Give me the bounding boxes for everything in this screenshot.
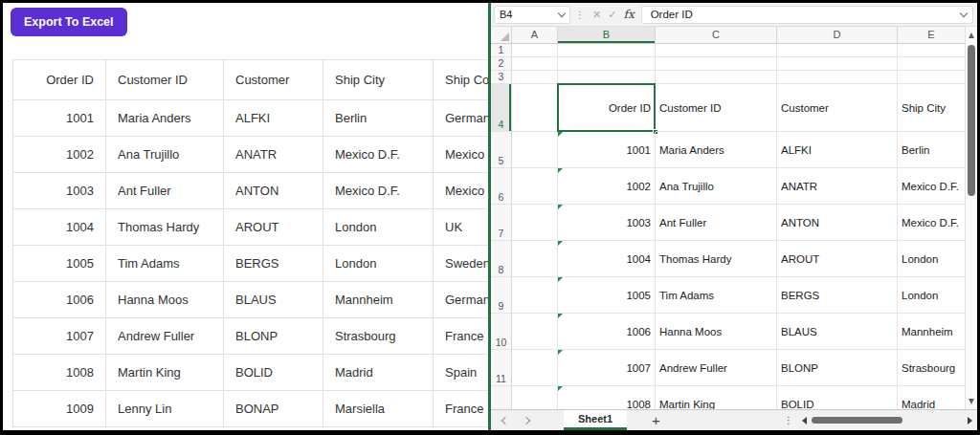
grid-cell[interactable]: 1004 bbox=[13, 209, 106, 246]
cell-D4[interactable]: Customer bbox=[777, 84, 898, 132]
cell-A1[interactable] bbox=[512, 44, 558, 57]
cell-E6[interactable]: Mexico D.F. bbox=[898, 168, 965, 205]
grid-cell[interactable]: BLAUS bbox=[224, 282, 323, 318]
cell-E11[interactable]: Strasbourg bbox=[898, 350, 965, 386]
more-options-icon[interactable]: ⋮ bbox=[574, 10, 586, 20]
sheet-options-icon[interactable]: ⋮ bbox=[783, 415, 794, 425]
grid-cell[interactable]: Lenny Lin bbox=[106, 391, 224, 427]
cell-B10[interactable]: 1006 bbox=[558, 314, 656, 350]
grid-cell[interactable]: Andrew Fuller bbox=[106, 318, 224, 355]
cell-E12[interactable]: Madrid bbox=[898, 386, 965, 409]
cell-B1[interactable] bbox=[558, 44, 656, 57]
grid-cell[interactable]: BOLID bbox=[224, 355, 323, 391]
row-header-6[interactable]: 6 bbox=[491, 168, 512, 205]
row-header-11[interactable]: 11 bbox=[491, 350, 512, 386]
cell-A11[interactable] bbox=[512, 350, 558, 386]
add-sheet-button[interactable]: + bbox=[652, 413, 660, 427]
cell-C6[interactable]: Ana Trujillo bbox=[656, 168, 777, 205]
column-header-C[interactable]: C bbox=[656, 27, 777, 43]
cell-D8[interactable]: AROUT bbox=[777, 241, 898, 277]
column-header-A[interactable]: A bbox=[512, 27, 558, 43]
grid-cell[interactable]: 1006 bbox=[13, 282, 106, 318]
scroll-right-icon[interactable] bbox=[968, 417, 972, 424]
row-header-10[interactable]: 10 bbox=[491, 314, 512, 350]
row-header-4[interactable]: 4 bbox=[491, 84, 512, 132]
scroll-left-icon[interactable] bbox=[802, 417, 807, 424]
next-sheet-icon[interactable] bbox=[523, 416, 530, 424]
grid-cell[interactable]: Mannheim bbox=[323, 282, 434, 318]
grid-header-cell[interactable]: Ship City bbox=[323, 60, 434, 100]
cell-D5[interactable]: ALFKI bbox=[777, 132, 898, 168]
grid-cell[interactable]: 1003 bbox=[13, 173, 106, 209]
column-header-E[interactable]: E bbox=[898, 27, 965, 43]
sheet-tab-sheet1[interactable]: Sheet1 bbox=[564, 410, 627, 430]
grid-cell[interactable]: Thomas Hardy bbox=[106, 209, 224, 246]
cell-B9[interactable]: 1005 bbox=[558, 277, 656, 314]
grid-cell[interactable]: 1007 bbox=[13, 318, 106, 355]
cell-B4[interactable]: Order ID bbox=[558, 84, 656, 132]
grid-cell[interactable]: ALFKI bbox=[224, 100, 323, 137]
cell-C8[interactable]: Thomas Hardy bbox=[656, 241, 777, 277]
cell-C1[interactable] bbox=[656, 44, 777, 57]
grid-cell[interactable]: ANATR bbox=[224, 137, 323, 173]
column-header-D[interactable]: D bbox=[777, 27, 898, 43]
cell-D11[interactable]: BLONP bbox=[777, 350, 898, 386]
cell-A10[interactable] bbox=[512, 314, 558, 350]
row-header-7[interactable]: 7 bbox=[491, 205, 512, 241]
grid-cell[interactable]: Maria Anders bbox=[106, 100, 224, 137]
cell-D7[interactable]: ANTON bbox=[777, 205, 898, 241]
export-to-excel-button[interactable]: Export To Excel bbox=[11, 8, 127, 36]
cell-C2[interactable] bbox=[656, 57, 777, 71]
scroll-down-icon[interactable] bbox=[969, 399, 974, 404]
grid-cell[interactable]: 1009 bbox=[13, 391, 106, 427]
cell-A4[interactable] bbox=[512, 84, 558, 132]
cell-B5[interactable]: 1001 bbox=[558, 132, 656, 168]
chevron-down-icon[interactable] bbox=[558, 9, 566, 16]
cell-E7[interactable]: Mexico D.F. bbox=[898, 205, 965, 241]
grid-header-cell[interactable]: Customer ID bbox=[106, 60, 224, 100]
row-header-9[interactable]: 9 bbox=[491, 277, 512, 314]
grid-cell[interactable]: 1005 bbox=[13, 246, 106, 282]
row-header-1[interactable]: 1 bbox=[491, 44, 512, 57]
cell-C4[interactable]: Customer ID bbox=[656, 84, 777, 132]
insert-function-icon[interactable]: fx bbox=[623, 8, 634, 21]
grid-cell[interactable]: Mexico D.F. bbox=[323, 137, 434, 173]
formula-bar-expand-icon[interactable] bbox=[960, 9, 968, 16]
grid-cell[interactable]: Berlin bbox=[323, 100, 434, 137]
cell-C7[interactable]: Ant Fuller bbox=[656, 205, 777, 241]
grid-cell[interactable]: London bbox=[323, 246, 434, 282]
cell-B8[interactable]: 1004 bbox=[558, 241, 656, 277]
row-header-2[interactable]: 2 bbox=[491, 57, 512, 71]
cell-C3[interactable] bbox=[656, 71, 777, 84]
grid-cell[interactable]: Strasbourg bbox=[323, 318, 434, 355]
cell-D3[interactable] bbox=[777, 71, 898, 84]
row-header-5[interactable]: 5 bbox=[491, 132, 512, 168]
cell-D9[interactable]: BERGS bbox=[777, 277, 898, 314]
grid-cell[interactable]: AROUT bbox=[224, 209, 323, 246]
cancel-icon[interactable]: ✕ bbox=[592, 9, 601, 21]
cell-A6[interactable] bbox=[512, 168, 558, 205]
cell-B11[interactable]: 1007 bbox=[558, 350, 656, 386]
cell-A3[interactable] bbox=[512, 71, 558, 84]
grid-cell[interactable]: Hanna Moos bbox=[106, 282, 224, 318]
scroll-up-icon[interactable] bbox=[969, 33, 974, 38]
cell-A9[interactable] bbox=[512, 277, 558, 314]
row-header-3[interactable]: 3 bbox=[491, 71, 512, 84]
cell-C10[interactable]: Hanna Moos bbox=[656, 314, 777, 350]
row-header-8[interactable]: 8 bbox=[491, 241, 512, 277]
cell-C11[interactable]: Andrew Fuller bbox=[656, 350, 777, 386]
grid-cell[interactable]: ANTON bbox=[224, 173, 323, 209]
cell-D12[interactable]: BOLID bbox=[777, 386, 898, 409]
grid-cell[interactable]: 1002 bbox=[13, 137, 106, 173]
vertical-scrollbar[interactable] bbox=[965, 27, 977, 409]
grid-cell[interactable]: Ana Trujillo bbox=[106, 137, 224, 173]
enter-icon[interactable]: ✓ bbox=[608, 9, 616, 21]
cell-A8[interactable] bbox=[512, 241, 558, 277]
grid-cell[interactable]: BONAP bbox=[224, 391, 323, 427]
cell-D6[interactable]: ANATR bbox=[777, 168, 898, 205]
cell-A2[interactable] bbox=[512, 57, 558, 71]
row-header-12[interactable]: 12 bbox=[491, 386, 512, 409]
column-header-B[interactable]: B bbox=[558, 27, 656, 43]
grid-cell[interactable]: BERGS bbox=[224, 246, 323, 282]
grid-header-cell[interactable]: Customer bbox=[224, 60, 323, 100]
